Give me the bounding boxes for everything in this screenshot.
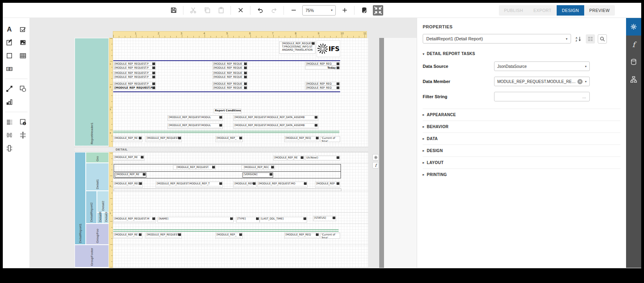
copy-icon[interactable] [202, 5, 212, 16]
report-field[interactable]: [MODULE_REP_RE [113, 233, 142, 239]
report-line[interactable] [114, 171, 341, 172]
checkbox-tool-icon[interactable] [16, 23, 30, 36]
report-field[interactable]: [STATUS] [313, 216, 336, 221]
expressions-tab-f-icon[interactable]: f [626, 36, 641, 53]
report-field[interactable]: [MODULE_REP_REQUEST.P [113, 86, 156, 89]
report-field[interactable]: [MODULE_REP_REQUEST.P [113, 66, 156, 69]
shape-tool-icon[interactable] [16, 82, 30, 95]
report-field[interactable]: [MODULE_REP_REQ [284, 233, 319, 239]
redo-icon[interactable] [269, 5, 279, 16]
report-field[interactable]: [MODULE_REP_REQ [305, 86, 340, 89]
ellipsis-button[interactable]: … [582, 95, 587, 99]
report-field[interactable]: [LAST_DDL_TIME] [260, 217, 307, 223]
report-field[interactable]: [MODULE_REP [233, 182, 256, 188]
report-field[interactable]: [MODULE_REP_REC [241, 165, 275, 170]
crossline-tool-icon[interactable] [16, 129, 30, 142]
report-field[interactable]: [MODULE_REP_REQUEST.MODULE_REP_DATA_ASSE… [233, 115, 318, 121]
report-field[interactable]: [MODULE_REP_REQUE [212, 71, 248, 75]
report-line[interactable] [113, 91, 340, 92]
ifs-logo[interactable]: IFS [317, 40, 340, 57]
report-field[interactable]: 'Current ofTotal' [320, 233, 340, 239]
table-tool-icon[interactable] [16, 49, 30, 62]
report-field[interactable]: 'Current ofTotal' [320, 136, 340, 142]
report-field[interactable]: [MODULE_REP_REQ [113, 182, 143, 188]
report-field[interactable]: [MODULE_REP_RE [115, 172, 146, 178]
report-field[interactable]: [MODULE_REP_REQUEST.P [146, 233, 182, 239]
save-icon[interactable] [168, 5, 179, 16]
field-list-tab-database-icon[interactable] [626, 53, 641, 71]
report-field[interactable]: [MODULE_REP_REQ [305, 62, 340, 65]
detail-report-tasks-header[interactable]: ▾DETAIL REPORT TASKS [423, 51, 620, 56]
report-field[interactable]: [MODULE_REP_RE [113, 136, 142, 142]
zoom-in-icon[interactable] [339, 5, 350, 16]
band-DetailR[interactable]: DetailR [97, 212, 103, 224]
report-field[interactable]: [MODULE_REP_REQUEST.MO [257, 182, 307, 188]
property-control-filter-string[interactable]: … [494, 92, 590, 101]
picture-tool-icon[interactable] [16, 36, 30, 49]
band-DetailReport2[interactable]: DetailReport2 [86, 191, 97, 224]
band-GroupFooter1[interactable]: GroupFoo [86, 224, 109, 245]
report-field[interactable]: [MODULE_REP_REQUEST.P [146, 136, 182, 142]
report-field[interactable]: [NAME] [158, 217, 234, 223]
report-double-line[interactable] [113, 230, 339, 232]
property-control-data-source[interactable]: JsonDataSource▾ [494, 61, 590, 71]
band-expression-f-icon[interactable]: f [372, 162, 379, 168]
report-field[interactable]: [MODULE_REP_REQUE [212, 66, 248, 69]
section-printing[interactable]: ▸PRINTING [423, 168, 620, 180]
report-field[interactable]: UtcNow() [305, 156, 340, 160]
band-GroupHeader[interactable]: Gro [86, 152, 109, 163]
pagebreak-tool-icon[interactable] [3, 129, 16, 142]
pageinfo-tool-icon[interactable]: i [16, 115, 30, 129]
band-GroupFooter[interactable]: GroupFooter [75, 245, 109, 267]
design-button[interactable]: DESIGN [557, 5, 584, 16]
report-field[interactable]: [MODULE_REP_RE [273, 156, 304, 160]
report-field[interactable]: [MODULE_REP_REQUEST.P [113, 62, 156, 65]
band-Detail1[interactable]: Detail1 [86, 163, 109, 191]
band-NextBand[interactable] [75, 267, 109, 268]
validate-icon[interactable] [359, 5, 369, 16]
section-design[interactable]: ▸DESIGN [423, 144, 620, 156]
report-explorer-tab-hierarchy-icon[interactable] [626, 71, 641, 88]
delete-icon[interactable] [235, 5, 246, 16]
preview-button[interactable]: PREVIEW [584, 5, 615, 16]
line-tool-icon[interactable] [3, 82, 16, 95]
property-control-data-member[interactable]: MODULE_REP_REQUEST.MODULE_REP.MODULES...… [494, 77, 590, 86]
report-field[interactable]: [MODULE_REP_REQUEST.P [113, 71, 156, 75]
zoom-out-icon[interactable] [288, 5, 299, 16]
report-field[interactable]: [MODULE_REP_ [215, 136, 243, 142]
vertical-scrollbar[interactable] [379, 38, 384, 268]
band-ReportHeader1[interactable]: ReportHeader1 [75, 38, 109, 146]
paste-icon[interactable] [216, 5, 226, 16]
report-double-line[interactable] [113, 131, 339, 133]
panel-tool-icon[interactable] [3, 49, 16, 62]
report-field[interactable]: [MODULE_REP_RE [113, 155, 144, 161]
label-tool-icon[interactable]: A [3, 23, 16, 36]
band-detail-header[interactable]: DETAIL [75, 147, 368, 152]
report-field[interactable]: Today [305, 66, 340, 69]
control-selector-combobox[interactable]: DetailReport1 (Detail Report) ▾ [423, 34, 571, 44]
charcomb-tool-icon[interactable]: ab [3, 62, 16, 75]
band-DetailReport1[interactable]: DetailReport1 [75, 152, 86, 245]
report-field[interactable]: [MODULE_REP_REQUEST.MODUL [167, 123, 223, 129]
report-line[interactable] [113, 60, 340, 61]
report-field[interactable]: Report Conditions : [214, 109, 241, 113]
report-field[interactable]: [MODULE_REP_REQUE [212, 86, 248, 89]
crossbox-tool-icon[interactable] [3, 142, 16, 155]
sort-properties-icon[interactable]: AZ [574, 34, 583, 44]
properties-tab-gear-icon[interactable] [626, 18, 641, 36]
richtext-tool-icon[interactable] [3, 36, 16, 49]
collapse-fullscreen-icon[interactable] [373, 5, 383, 16]
section-behavior[interactable]: ▸BEHAVIOR [423, 121, 620, 133]
clear-icon[interactable]: ✕ [577, 79, 583, 84]
report-field[interactable]: [MODULE_REP_REQUEST.MODULE_REP_DATA_ASSE… [233, 123, 318, 129]
undo-icon[interactable] [255, 5, 265, 16]
section-appearance[interactable]: ▸APPEARANCE [423, 109, 620, 121]
section-data[interactable]: ▸DATA [423, 133, 620, 144]
report-field[interactable]: [MODULE_REP_REQUE [212, 62, 248, 65]
report-field[interactable]: [MODULE_REP_REQUEST.M [113, 217, 156, 223]
export-button[interactable]: EXPORT [528, 5, 557, 16]
report-field[interactable]: [MODULE_REP_REQUEST.MODULE_REP_T [156, 182, 223, 188]
property-grid-view-icon[interactable] [586, 34, 595, 44]
zoom-select[interactable]: 75% ▾ [302, 5, 336, 16]
section-layout[interactable]: ▸LAYOUT [423, 156, 620, 168]
